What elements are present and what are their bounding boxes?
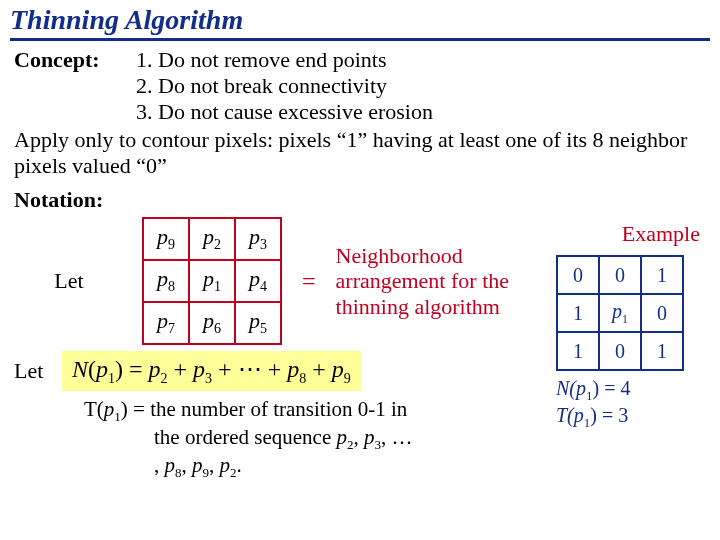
ex-r2c0: 1 (557, 332, 599, 370)
cell-p8: p8 (143, 260, 189, 302)
example-label: Example (622, 221, 700, 247)
t-line-1: T(p1) = the number of transition 0-1 in (84, 397, 407, 421)
ex-r1c2: 0 (641, 294, 683, 332)
cell-p3: p3 (235, 218, 281, 260)
cell-p4: p4 (235, 260, 281, 302)
example-block: 0 0 1 1 p1 0 1 0 1 N(p1) = 4 T(p1) = 3 (556, 255, 684, 431)
t-line-3: , p8, p9, p2. (154, 453, 242, 477)
concept-item-2: 2. Do not break connectivity (136, 73, 433, 99)
concept-item-1: 1. Do not remove end points (136, 47, 433, 73)
example-results: N(p1) = 4 T(p1) = 3 (556, 377, 684, 431)
t-result: T(p1) = 3 (556, 404, 684, 431)
ex-r0c0: 0 (557, 256, 599, 294)
concept-label: Concept: (14, 47, 124, 125)
neighborhood-table: p9 p2 p3 p8 p1 p4 p7 p6 p5 (142, 217, 282, 345)
ex-r1c1: p1 (599, 294, 641, 332)
cell-p5: p5 (235, 302, 281, 344)
let-label-2: Let (14, 358, 52, 384)
page-title: Thinning Algorithm (10, 4, 243, 35)
cell-p2: p2 (189, 218, 235, 260)
cell-p9: p9 (143, 218, 189, 260)
apply-text: Apply only to contour pixels: pixels “1”… (14, 127, 706, 179)
neighborhood-description: Neighborhood arrangement for the thinnin… (336, 243, 556, 319)
ex-r0c1: 0 (599, 256, 641, 294)
t-line-2: the ordered sequence p2, p3, … (154, 425, 413, 449)
cell-p6: p6 (189, 302, 235, 344)
ex-r1c0: 1 (557, 294, 599, 332)
cell-p7: p7 (143, 302, 189, 344)
n-formula: N(p1) = p2 + p3 + ⋯ + p8 + p9 (62, 351, 361, 391)
let-label-1: Let (14, 268, 124, 294)
equals-sign: = (300, 268, 318, 295)
n-result: N(p1) = 4 (556, 377, 684, 404)
ex-r2c2: 1 (641, 332, 683, 370)
title-rule (10, 38, 710, 41)
ex-r2c1: 0 (599, 332, 641, 370)
cell-p1: p1 (189, 260, 235, 302)
t-definition: T(p1) = the number of transition 0-1 in … (84, 397, 514, 482)
concept-list: 1. Do not remove end points 2. Do not br… (136, 47, 433, 125)
concept-item-3: 3. Do not cause excessive erosion (136, 99, 433, 125)
ex-r0c2: 1 (641, 256, 683, 294)
example-table: 0 0 1 1 p1 0 1 0 1 (556, 255, 684, 371)
notation-label: Notation: (14, 187, 706, 213)
slide-body: Concept: 1. Do not remove end points 2. … (0, 47, 720, 527)
